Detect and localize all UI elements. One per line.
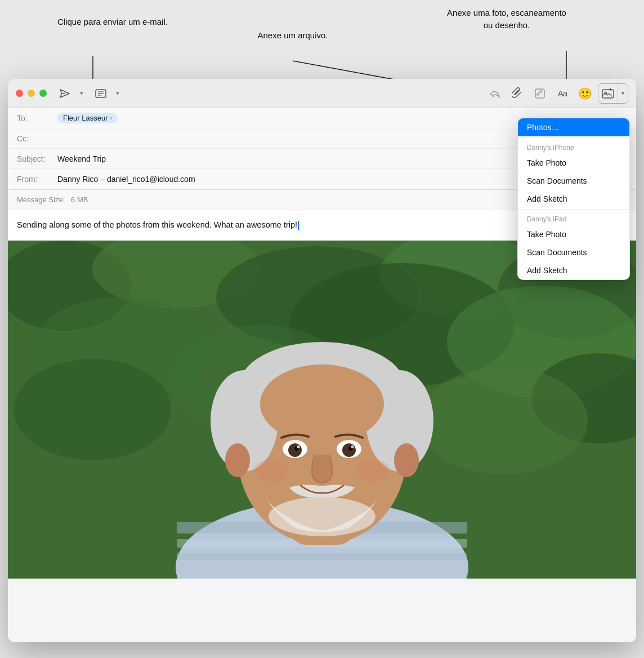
photo-media-dropdown: Photos… Danny's iPhone Take Photo Scan D… — [517, 118, 630, 280]
from-label: From: — [17, 175, 57, 184]
iphone-add-sketch-item[interactable]: Add Sketch — [518, 190, 629, 208]
recipient-chevron-icon: › — [110, 115, 111, 121]
attach-callout-text: Anexe um arquivo. — [242, 29, 343, 42]
reply-button[interactable] — [485, 84, 504, 103]
svg-point-41 — [351, 445, 354, 448]
iphone-section-header: Danny's iPhone — [518, 139, 629, 154]
svg-point-36 — [288, 443, 302, 457]
attach-button[interactable] — [508, 84, 527, 103]
format-chevron-button[interactable]: ▾ — [112, 85, 123, 103]
ipad-take-photo-item[interactable]: Take Photo — [518, 225, 629, 243]
svg-point-43 — [254, 459, 288, 482]
format-button[interactable] — [92, 85, 110, 103]
cc-label: Cc: — [17, 134, 57, 143]
toolbar-right-icons: Aa 🙂 ▾ Photos… Danny's — [485, 83, 628, 104]
iphone-take-photo-item[interactable]: Take Photo — [518, 154, 629, 172]
toolbar-left-icons: ▾ ▾ — [56, 85, 123, 103]
subject-value: Weekend Trip — [57, 154, 106, 163]
emoji-button[interactable]: 🙂 — [575, 84, 594, 103]
svg-point-33 — [260, 364, 384, 443]
svg-point-45 — [225, 443, 250, 477]
svg-rect-27 — [177, 553, 467, 560]
close-button[interactable] — [16, 90, 23, 97]
from-value: Danny Rico – daniel_rico1@icloud.com — [57, 175, 195, 184]
photo-media-button-wrap: ▾ Photos… Danny's iPhone Take Photo Scan… — [598, 83, 628, 104]
message-size-label-text: Message Size: — [17, 195, 65, 204]
iphone-scan-docs-item[interactable]: Scan Documents — [518, 172, 629, 190]
photo-media-chevron-button[interactable]: ▾ — [618, 84, 628, 103]
send-callout-text: Clique para enviar um e-mail. — [56, 16, 169, 28]
font-button[interactable]: Aa — [553, 84, 572, 103]
photo-callout-text: Anexe uma foto, escaneamento ou desenho. — [445, 7, 569, 32]
mail-window: ▾ ▾ — [8, 79, 636, 642]
photos-menu-item[interactable]: Photos… — [518, 118, 629, 136]
send-button[interactable] — [56, 85, 74, 103]
body-text: Sending along some of the photos from th… — [17, 220, 297, 229]
ipad-add-sketch-item[interactable]: Add Sketch — [518, 261, 629, 279]
svg-point-46 — [394, 443, 419, 477]
photo-svg — [8, 241, 636, 579]
text-cursor — [298, 221, 299, 230]
menu-divider-1 — [518, 137, 629, 138]
photo-media-button[interactable] — [598, 84, 618, 103]
ipad-section-header: Danny's iPad — [518, 211, 629, 225]
message-size-label: Message Size: 6 MB — [17, 195, 88, 204]
message-size-value: 6 MB — [71, 195, 88, 204]
recipient-name: Fleur Lasseur — [63, 114, 108, 122]
svg-point-40 — [297, 445, 300, 448]
to-label: To: — [17, 114, 57, 123]
attached-photo — [8, 241, 636, 579]
svg-point-23 — [419, 367, 588, 474]
maximize-button[interactable] — [39, 90, 47, 97]
svg-point-20 — [14, 359, 171, 460]
minimize-button[interactable] — [28, 90, 35, 97]
svg-point-42 — [269, 497, 375, 536]
svg-point-37 — [342, 443, 356, 457]
toolbar: ▾ ▾ — [8, 79, 636, 108]
svg-point-44 — [356, 459, 390, 482]
markup-button[interactable] — [530, 84, 549, 103]
traffic-lights — [16, 90, 47, 97]
send-chevron-button[interactable]: ▾ — [76, 85, 87, 103]
recipient-chip[interactable]: Fleur Lasseur › — [57, 113, 118, 123]
ipad-scan-docs-item[interactable]: Scan Documents — [518, 243, 629, 261]
menu-divider-2 — [518, 209, 629, 210]
subject-label: Subject: — [17, 154, 57, 163]
